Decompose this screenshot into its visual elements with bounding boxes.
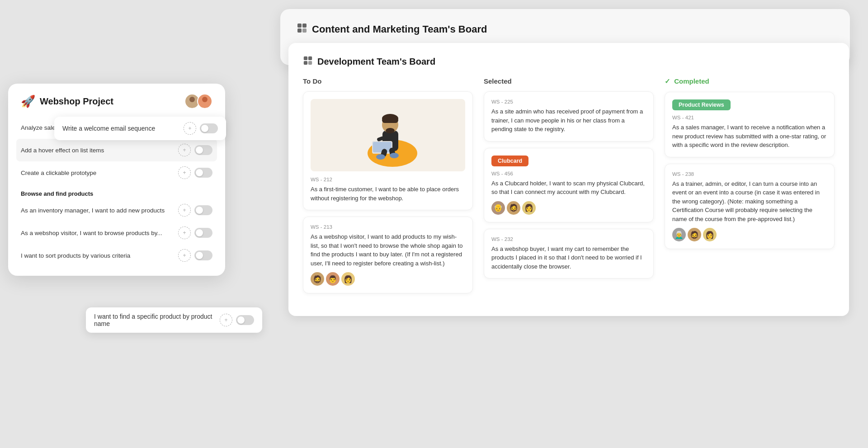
list-item-actions-browse: + [178, 226, 212, 239]
svg-rect-4 [304, 57, 307, 60]
webshop-card-title: Webshop Project [40, 96, 113, 107]
svg-rect-0 [297, 24, 302, 28]
card-title-group: 🚀 Webshop Project [21, 94, 113, 108]
svg-point-23 [202, 97, 208, 102]
story-avatars-ws456: 👴 🧔 👩 [491, 201, 646, 215]
content-marketing-board-header: Content and Marketing Team's Board [280, 9, 850, 47]
story-text-ws456: As a Clubcard holder, I want to scan my … [491, 179, 646, 197]
story-text-ws212: As a first-time customer, I want to be a… [311, 185, 465, 203]
development-board-header: Development Team's Board [303, 56, 835, 67]
add-person-btn-browse[interactable]: + [178, 226, 191, 239]
toggle-sort[interactable] [194, 250, 212, 260]
toggle-inventory[interactable] [194, 205, 212, 215]
content-marketing-board-title: Content and Marketing Team's Board [312, 24, 487, 35]
development-board-card: Development Team's Board To Do [288, 43, 849, 316]
add-person-btn-top[interactable]: + [184, 122, 196, 135]
list-item-text-hover: Add a hover effect on list items [21, 147, 175, 154]
story-avatars-ws213: 🧔 👨 👩 [311, 272, 465, 286]
section-header-browse: Browse and find products [16, 184, 217, 199]
floating-text-top: Write a welcome email sequence [62, 125, 155, 132]
story-text-ws238: As a trainer, admin, or editor, I can tu… [672, 179, 827, 224]
list-item-actions-hover: + [178, 144, 212, 156]
svg-point-24 [200, 103, 209, 108]
svg-point-19 [376, 154, 385, 160]
story-card-ws421: Product Reviews WS - 421 As a sales mana… [665, 92, 835, 157]
avatar-3: 👩 [341, 272, 355, 286]
avatar-b1: 👨‍🦳 [672, 228, 686, 241]
story-card-ws238: WS - 238 As a trainer, admin, or editor,… [665, 164, 835, 250]
floating-item-bottom: I want to find a specific product by pro… [86, 307, 262, 333]
story-text-ws213: As a webshop visitor, I want to add prod… [311, 232, 465, 268]
svg-rect-6 [304, 61, 307, 65]
tag-product-reviews: Product Reviews [672, 99, 731, 110]
story-id-ws232: WS - 232 [491, 236, 646, 242]
svg-rect-1 [302, 24, 307, 28]
toggle-prototype[interactable] [194, 168, 212, 178]
avatar-b3: 👩 [703, 228, 717, 241]
story-id-ws421: WS - 421 [672, 115, 827, 120]
column-selected: Selected WS - 225 As a site admin who ha… [484, 77, 654, 300]
column-todo-header: To Do [303, 77, 473, 85]
story-id-ws456: WS - 456 [491, 171, 646, 176]
floating-actions-top: + [184, 122, 218, 135]
story-card-ws213: WS - 213 As a webshop visitor, I want to… [303, 217, 473, 293]
story-avatars-ws238: 👨‍🦳 🧔 👩 [672, 228, 827, 241]
column-completed-header: ✓ Completed [665, 77, 835, 85]
story-card-ws232: WS - 232 As a webshop buyer, I want my c… [484, 229, 654, 279]
floating-text-bottom: I want to find a specific product by pro… [94, 313, 214, 327]
list-item-sort[interactable]: I want to sort products by various crite… [16, 244, 217, 267]
list-item-browse[interactable]: As a webshop visitor, I want to browse p… [16, 222, 217, 244]
list-item-hover[interactable]: Add a hover effect on list items + [16, 139, 217, 161]
list-item-inventory[interactable]: As an inventory manager, I want to add n… [16, 199, 217, 222]
svg-point-22 [188, 103, 197, 108]
story-id-ws225: WS - 225 [491, 99, 646, 104]
webshop-project-card: 🚀 Webshop Project Analyze sales data to … [8, 84, 225, 276]
avatar-user2 [197, 94, 212, 109]
board-icon-dev [303, 56, 313, 67]
completed-check-icon: ✓ [665, 77, 670, 85]
list-item-prototype[interactable]: Create a clickable prototype + [16, 161, 217, 184]
story-text-ws225: As a site admin who has received proof o… [491, 107, 646, 134]
list-item-text-sort: I want to sort products by various crite… [21, 252, 175, 259]
story-id-ws212: WS - 212 [311, 177, 465, 182]
list-item-actions-inventory: + [178, 204, 212, 217]
list-item-actions-sort: + [178, 249, 212, 262]
webshop-card-header: 🚀 Webshop Project [8, 84, 225, 116]
list-item-text-browse: As a webshop visitor, I want to browse p… [21, 230, 175, 236]
avatar-a2: 🧔 [507, 201, 520, 215]
story-id-ws238: WS - 238 [672, 171, 827, 177]
svg-point-20 [390, 153, 399, 158]
column-completed: ✓ Completed Product Reviews WS - 421 As … [665, 77, 835, 300]
toggle-top[interactable] [200, 123, 218, 133]
list-item-text-prototype: Create a clickable prototype [21, 170, 175, 176]
add-person-btn-bottom[interactable]: + [220, 314, 232, 326]
toggle-hover[interactable] [194, 145, 212, 155]
card-avatar-group [184, 94, 212, 109]
toggle-bottom[interactable] [236, 315, 254, 325]
add-person-btn-sort[interactable]: + [178, 249, 191, 262]
column-todo: To Do [303, 77, 473, 300]
board-icon-content [297, 23, 307, 36]
avatar-a3: 👩 [522, 201, 536, 215]
story-card-ws456: Clubcard WS - 456 As a Clubcard holder, … [484, 148, 654, 222]
svg-rect-7 [308, 61, 312, 65]
svg-rect-2 [297, 28, 302, 33]
avatar-1: 🧔 [311, 272, 324, 286]
svg-rect-5 [308, 57, 312, 60]
avatar-a1: 👴 [491, 201, 505, 215]
avatar-b2: 🧔 [688, 228, 701, 241]
add-person-btn-hover[interactable]: + [178, 144, 191, 156]
rocket-icon: 🚀 [21, 94, 35, 108]
column-selected-header: Selected [484, 77, 654, 85]
svg-point-13 [386, 128, 395, 133]
svg-rect-12 [382, 118, 398, 123]
add-person-btn-inventory[interactable]: + [178, 204, 191, 217]
toggle-browse[interactable] [194, 228, 212, 238]
svg-point-21 [189, 97, 195, 102]
list-item-text-inventory: As an inventory manager, I want to add n… [21, 207, 175, 214]
add-person-btn-prototype[interactable]: + [178, 166, 191, 179]
svg-rect-3 [302, 28, 307, 33]
story-card-ws225: WS - 225 As a site admin who has receive… [484, 91, 654, 141]
story-id-ws213: WS - 213 [311, 224, 465, 230]
floating-actions-bottom: + [220, 314, 254, 326]
